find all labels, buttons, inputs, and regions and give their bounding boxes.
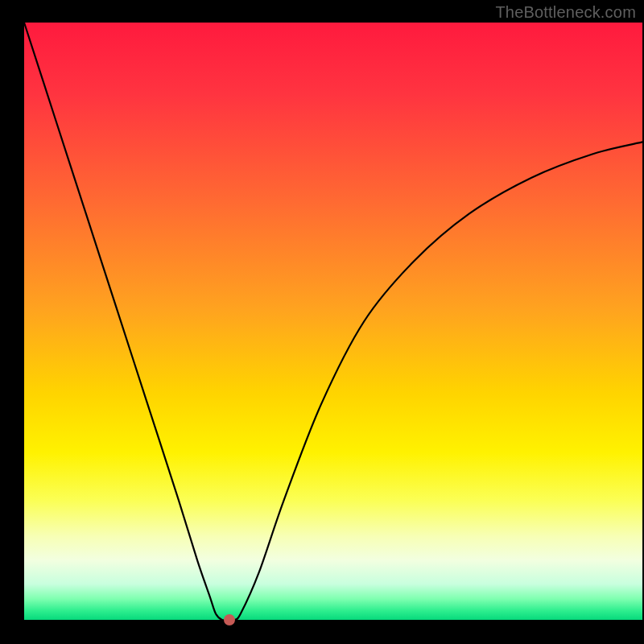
optimum-marker bbox=[224, 614, 235, 625]
chart-svg bbox=[0, 0, 644, 644]
chart-frame: TheBottleneck.com bbox=[0, 0, 644, 644]
plot-background bbox=[24, 23, 642, 620]
watermark-text: TheBottleneck.com bbox=[495, 3, 636, 22]
